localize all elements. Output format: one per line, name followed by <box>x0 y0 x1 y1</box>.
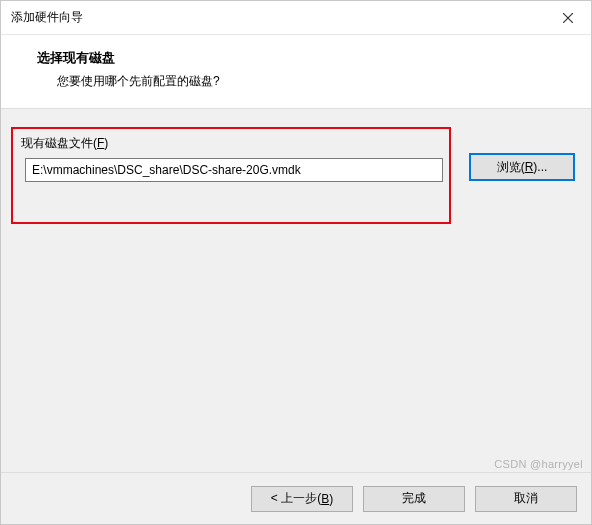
disk-file-label: 现有磁盘文件(F) <box>21 135 441 152</box>
header-subtitle: 您要使用哪个先前配置的磁盘? <box>37 73 581 90</box>
wizard-header: 选择现有磁盘 您要使用哪个先前配置的磁盘? <box>1 35 591 109</box>
header-title: 选择现有磁盘 <box>37 49 581 67</box>
close-button[interactable] <box>545 1 591 34</box>
close-icon <box>563 13 573 23</box>
wizard-window: 添加硬件向导 选择现有磁盘 您要使用哪个先前配置的磁盘? 现有磁盘文件(F) 浏… <box>0 0 592 525</box>
disk-path-input[interactable] <box>25 158 443 182</box>
finish-button[interactable]: 完成 <box>363 486 465 512</box>
cancel-button[interactable]: 取消 <box>475 486 577 512</box>
highlight-region: 现有磁盘文件(F) <box>11 127 451 224</box>
wizard-body: 现有磁盘文件(F) 浏览(R)... <box>1 109 591 472</box>
window-title: 添加硬件向导 <box>11 9 83 26</box>
back-button[interactable]: < 上一步(B) <box>251 486 353 512</box>
wizard-footer: < 上一步(B) 完成 取消 <box>1 472 591 524</box>
browse-button[interactable]: 浏览(R)... <box>469 153 575 181</box>
titlebar: 添加硬件向导 <box>1 1 591 35</box>
